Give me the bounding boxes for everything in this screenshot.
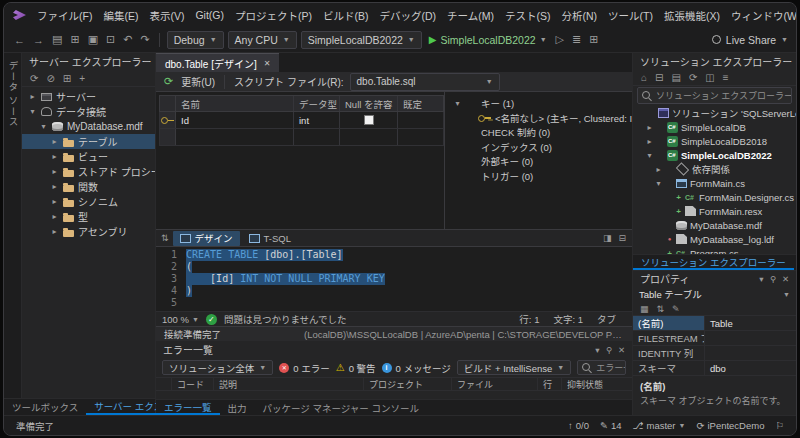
tsql-code-editor[interactable]: 1CREATE TABLE [dbo].[Table]2(3 [Id] INT … <box>156 247 632 311</box>
grid-row-empty[interactable] <box>159 129 444 146</box>
menu-item[interactable]: Git(G) <box>190 9 229 21</box>
expander-icon[interactable]: ▸ <box>50 227 59 236</box>
pin-icon[interactable]: ⚲ <box>606 345 612 355</box>
solution-tree-item[interactable]: ● MyDatabase_log.ldf <box>633 232 796 246</box>
solution-tree-item[interactable]: MyDatabase.mdf <box>633 218 796 232</box>
solution-tree-item[interactable]: ▾ SimpleLocalDB2022 <box>633 148 796 162</box>
redo-icon[interactable]: ↷ <box>138 33 151 46</box>
pending-changes-button[interactable]: ✎ 14 <box>600 420 622 431</box>
bottom-panel-tab[interactable]: 出力 <box>220 400 255 415</box>
solution-search-input[interactable]: ソリューション エクスプローラーの検索 (Ctrl+;) <box>637 87 792 104</box>
cell-data-type[interactable]: int <box>294 112 340 128</box>
menu-item[interactable]: ウィンドウ(W) <box>726 8 797 23</box>
error-column-header[interactable]: プロジェクト <box>364 378 452 390</box>
save-all-icon[interactable]: ⊡ <box>104 33 117 46</box>
notifications-icon[interactable]: ⚐ <box>775 420 784 431</box>
refresh-icon[interactable]: ⟳ <box>689 72 697 83</box>
stop-refresh-icon[interactable]: ⊘ <box>46 73 54 84</box>
property-row[interactable]: スキーマ dbo <box>633 361 796 376</box>
expander-icon[interactable]: ▾ <box>654 179 663 188</box>
grid-column-header[interactable]: データ型 <box>294 96 340 111</box>
messages-filter-button[interactable]: i 0 メッセージ <box>382 361 451 375</box>
close-tab-icon[interactable]: ✕ <box>264 59 271 68</box>
property-row[interactable]: IDENTITY 列 <box>633 346 796 361</box>
preview-icon[interactable]: ≡ <box>723 72 729 83</box>
cell-allow-null[interactable] <box>340 129 398 145</box>
tree-item[interactable]: ▾ データ接続 <box>22 104 155 119</box>
outline-icon[interactable]: ≣ <box>570 33 583 46</box>
warnings-filter-button[interactable]: ⚠ 0 警告 <box>336 361 376 375</box>
error-list-body[interactable] <box>156 391 632 399</box>
menu-item[interactable]: 分析(N) <box>557 8 603 23</box>
alphabetical-icon[interactable]: ⇅ <box>657 304 665 314</box>
script-file-dropdown[interactable]: dbo.Table.sql ▼ <box>350 73 500 91</box>
split-pane-icon[interactable]: ⊟ <box>618 233 626 243</box>
view-tab[interactable]: デザイン <box>173 231 240 246</box>
expander-icon[interactable]: ▸ <box>50 212 59 221</box>
menu-item[interactable]: 編集(E) <box>98 8 143 23</box>
expander-icon[interactable]: ▸ <box>645 123 654 132</box>
scope-dropdown[interactable]: ソリューション全体▼ <box>162 360 273 375</box>
connect-database-icon[interactable]: ⊞ <box>63 73 71 84</box>
cell-allow-null[interactable] <box>340 112 398 128</box>
solution-tree-item[interactable]: ▾ FormMain.cs <box>633 176 796 190</box>
open-file-icon[interactable]: ⊞ <box>68 33 81 46</box>
solution-tree-item[interactable]: ▸ SimpleLocalDB2018 <box>633 134 796 148</box>
expander-icon[interactable]: ▾ <box>453 99 462 108</box>
cell-column-name[interactable] <box>176 129 294 145</box>
property-row[interactable]: FILESTREAM ファイル <box>633 331 796 346</box>
property-value[interactable]: dbo <box>705 361 796 375</box>
connection-info[interactable]: (LocalDB)\MSSQLLocalDB | AzureAD\penta |… <box>304 329 624 340</box>
repository-button[interactable]: ⟳ iPentecDemo <box>696 420 764 431</box>
window-position-icon[interactable]: ▾ <box>759 274 763 284</box>
solution-panel-tab[interactable]: ソリューション エクスプローラー <box>633 255 794 270</box>
solution-tree-item[interactable]: + FormMain.resx <box>633 204 796 218</box>
bottom-panel-tab[interactable]: エラー一覧 <box>156 400 220 415</box>
solution-explorer-header[interactable]: ソリューション エクスプローラー ▾⚲✕ <box>633 53 796 70</box>
configuration-dropdown[interactable]: Debug▼ <box>167 31 224 49</box>
zoom-dropdown[interactable]: 100 % ▼ <box>162 314 199 325</box>
tree-item[interactable]: ▸ 型 <box>22 209 155 224</box>
property-pages-icon[interactable]: ✎ <box>672 304 680 314</box>
tab-data-sources[interactable]: データ ソース <box>6 61 20 398</box>
error-column-header[interactable]: ファイル <box>452 378 538 390</box>
attach-icon[interactable]: ⊞ <box>587 33 600 46</box>
collapse-all-icon[interactable]: ⊟ <box>655 72 663 83</box>
expander-icon[interactable]: ▸ <box>50 197 59 206</box>
error-column-header[interactable]: 説明 <box>214 378 364 390</box>
error-column-header[interactable]: 行 <box>538 378 562 390</box>
property-value[interactable] <box>705 331 796 345</box>
bottom-panel-tab[interactable]: パッケージ マネージャー コンソール <box>255 400 427 415</box>
menu-item[interactable]: 拡張機能(X) <box>659 8 725 23</box>
pin-icon[interactable]: ⚲ <box>770 274 776 284</box>
table-object-item[interactable]: インデックス (0) <box>445 140 632 155</box>
menu-item[interactable]: デバッグ(D) <box>375 8 442 23</box>
cell-default[interactable] <box>398 112 443 128</box>
menu-item[interactable]: ツール(T) <box>603 8 658 23</box>
grid-column-header[interactable]: 既定 <box>398 96 443 111</box>
table-object-item[interactable]: 外部キー (0) <box>445 154 632 169</box>
error-column-header[interactable]: コード <box>172 378 214 390</box>
build-filter-dropdown[interactable]: ビルド + IntelliSense▼ <box>457 360 571 375</box>
sync-commits-button[interactable]: ↑ 0/0 <box>568 420 589 431</box>
save-icon[interactable]: ▣ <box>86 33 100 46</box>
expander-icon[interactable]: ▸ <box>50 152 59 161</box>
property-value[interactable] <box>705 346 796 360</box>
solution-tree-item[interactable]: ▸ 依存関係 <box>633 162 796 176</box>
expander-icon[interactable]: ▸ <box>654 165 663 174</box>
show-all-files-icon[interactable]: ▤ <box>671 72 680 83</box>
expander-icon[interactable]: ▸ <box>50 137 59 146</box>
property-row[interactable]: (名前) Table <box>633 316 796 331</box>
tree-item[interactable]: ▸ 関数 <box>22 179 155 194</box>
cell-data-type[interactable] <box>294 129 340 145</box>
table-object-item[interactable]: <名前なし> (主キー, Clustered: Id) <box>445 111 632 126</box>
table-object-item[interactable]: トリガー (0) <box>445 169 632 184</box>
close-panel-icon[interactable]: ✕ <box>782 274 789 284</box>
window-position-icon[interactable]: ▾ <box>595 345 599 355</box>
expander-icon[interactable]: ▾ <box>39 122 48 131</box>
menu-item[interactable]: ファイル(F) <box>32 8 97 23</box>
property-value[interactable]: Table <box>705 316 796 330</box>
back-icon[interactable]: ← <box>12 34 27 46</box>
maximize-pane-icon[interactable]: ◨ <box>603 233 612 243</box>
menu-item[interactable]: プロジェクト(P) <box>230 8 317 23</box>
